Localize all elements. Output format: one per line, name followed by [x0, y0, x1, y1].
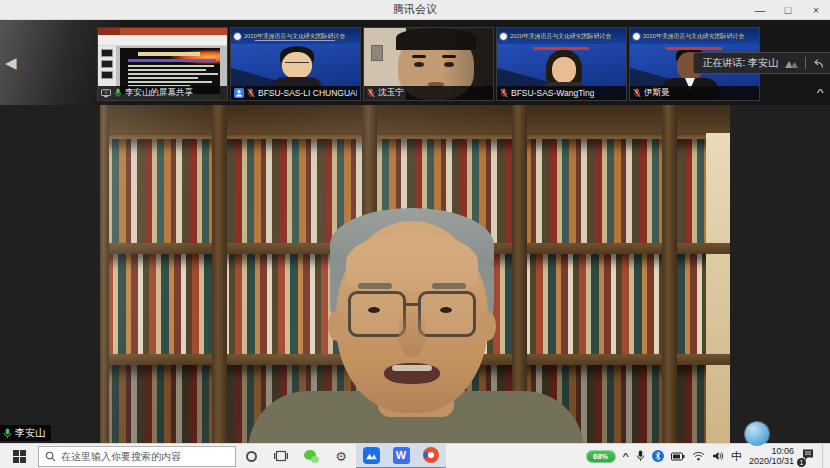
mic-muted-icon: [500, 88, 508, 98]
mic-active-icon: [114, 88, 122, 98]
cortana-button[interactable]: [236, 444, 266, 468]
notification-badge: 1: [797, 458, 806, 467]
mic-active-icon: [3, 428, 12, 439]
main-speaker-name-tag: 李安山: [0, 425, 51, 441]
clock-time: 10:06: [749, 446, 794, 456]
settings-button[interactable]: ⚙: [326, 444, 356, 468]
divider: [805, 57, 806, 69]
conference-banner: 2020年亚洲语言与文化研究国际研讨会: [231, 28, 360, 44]
clock-date: 2020/10/31: [749, 456, 794, 466]
conference-crest-icon: [632, 32, 641, 41]
show-desktop-button[interactable]: [822, 444, 826, 468]
participant-name: 沈玉宁: [378, 87, 404, 99]
thumbnail-label: BFSU-SAS-LI CHUNGUAN: [231, 86, 360, 100]
minimize-button[interactable]: —: [746, 0, 774, 20]
action-center-button[interactable]: 1: [801, 447, 815, 465]
bluetooth-icon[interactable]: [652, 450, 664, 462]
wechat-icon: [304, 450, 319, 463]
participant-name: BFSU-SAS-WangTing: [511, 88, 594, 98]
tencent-meeting-window: 腾讯会议 — □ × ◀: [0, 0, 830, 468]
share-label: 李安山的屏幕共享: [125, 87, 193, 99]
previous-page-arrow-icon[interactable]: ◀: [5, 48, 17, 78]
hidden-icons-chevron-icon[interactable]: ^: [623, 451, 629, 461]
thumbnail-label: 李安山的屏幕共享: [98, 86, 227, 100]
conference-banner: 2020年亚洲语言与文化研究国际研讨会: [630, 28, 759, 44]
wifi-icon[interactable]: [692, 451, 705, 461]
taskbar-search-box[interactable]: [38, 446, 236, 467]
thumbnail-label: BFSU-SAS-WangTing: [497, 86, 626, 100]
main-speaker-name: 李安山: [15, 426, 45, 440]
conference-crest-icon: [499, 32, 508, 41]
thumbnail-screen-share[interactable]: 李安山的屏幕共享: [97, 27, 228, 101]
task-view-icon: [274, 450, 288, 462]
participant-name: 伊斯曼: [644, 87, 670, 99]
floating-meeting-badge[interactable]: [745, 422, 769, 446]
banner-text: 2020年亚洲语言与文化研究国际研讨会: [510, 32, 611, 40]
wechat-button[interactable]: [296, 444, 326, 468]
windows-logo-icon: [13, 450, 26, 463]
battery-icon[interactable]: [671, 452, 685, 461]
active-speaker-text: 正在讲话: 李安山: [702, 56, 778, 70]
close-button[interactable]: ×: [802, 0, 830, 20]
co-host-person-icon: [234, 88, 244, 98]
banner-subtitle-line: [255, 40, 335, 41]
tencent-meeting-icon: [363, 447, 380, 464]
window-controls: — □ ×: [746, 0, 830, 20]
tencent-meeting-taskbar-button[interactable]: [356, 444, 386, 468]
task-view-button[interactable]: [266, 444, 296, 468]
tray-mic-icon[interactable]: [636, 450, 645, 462]
thumbnail-shen-yuning[interactable]: 沈玉宁: [363, 27, 494, 101]
thumbnail-label: 伊斯曼: [630, 86, 759, 100]
thumbnail-label: 沈玉宁: [364, 86, 493, 100]
ime-indicator[interactable]: 中: [731, 449, 742, 464]
battery-widget-pill[interactable]: 68%: [586, 450, 616, 463]
mic-muted-icon: [247, 88, 255, 98]
search-input[interactable]: [61, 451, 221, 462]
banner-session-line: [533, 47, 589, 50]
conference-banner: 2020年亚洲语言与文化研究国际研讨会: [497, 28, 626, 44]
banner-text: 2020年亚洲语言与文化研究国际研讨会: [244, 32, 345, 40]
restore-arrow-icon[interactable]: [812, 58, 824, 69]
mic-muted-icon: [367, 88, 375, 98]
speaker-portrait-illustration: [100, 105, 730, 443]
main-stage: 李安山: [0, 105, 830, 443]
windows-taskbar: ⚙ W 68% ^ 中 10:06 2020/10/31: [0, 443, 830, 468]
thumbnail-li-chunguan[interactable]: 2020年亚洲语言与文化研究国际研讨会 BFSU-SAS-LI CHUNGUAN: [230, 27, 361, 101]
collapse-filmstrip-chevron-icon[interactable]: ^: [816, 86, 824, 97]
participant-name: BFSU-SAS-LI CHUNGUAN: [258, 88, 357, 98]
taskbar-clock[interactable]: 10:06 2020/10/31: [749, 446, 794, 466]
main-speaker-video[interactable]: [100, 105, 730, 443]
meeting-logo-icon: [784, 58, 799, 69]
thumbnail-wang-ting[interactable]: 2020年亚洲语言与文化研究国际研讨会 BFSU-SAS-WangTing: [496, 27, 627, 101]
browser-icon: [423, 447, 439, 463]
screen-share-icon: [101, 89, 111, 98]
wps-taskbar-button[interactable]: W: [386, 444, 416, 468]
maximize-button[interactable]: □: [774, 0, 802, 20]
active-speaker-indicator: 正在讲话: 李安山: [693, 52, 830, 74]
browser-taskbar-button[interactable]: [416, 444, 446, 468]
mic-muted-icon: [633, 88, 641, 98]
participant-filmstrip: ◀: [0, 20, 830, 105]
window-title: 腾讯会议: [0, 2, 830, 17]
wps-icon: W: [393, 447, 410, 464]
start-button[interactable]: [0, 444, 38, 468]
search-icon: [45, 451, 56, 462]
speaker-icon[interactable]: [712, 451, 724, 461]
system-tray: 68% ^ 中 10:06 2020/10/31 1: [586, 444, 830, 468]
gear-icon: ⚙: [335, 450, 347, 463]
banner-session-line: [666, 47, 722, 50]
conference-crest-icon: [233, 32, 242, 41]
cortana-icon: [246, 451, 257, 462]
title-bar: 腾讯会议 — □ ×: [0, 0, 830, 20]
banner-text: 2020年亚洲语言与文化研究国际研讨会: [643, 32, 744, 40]
